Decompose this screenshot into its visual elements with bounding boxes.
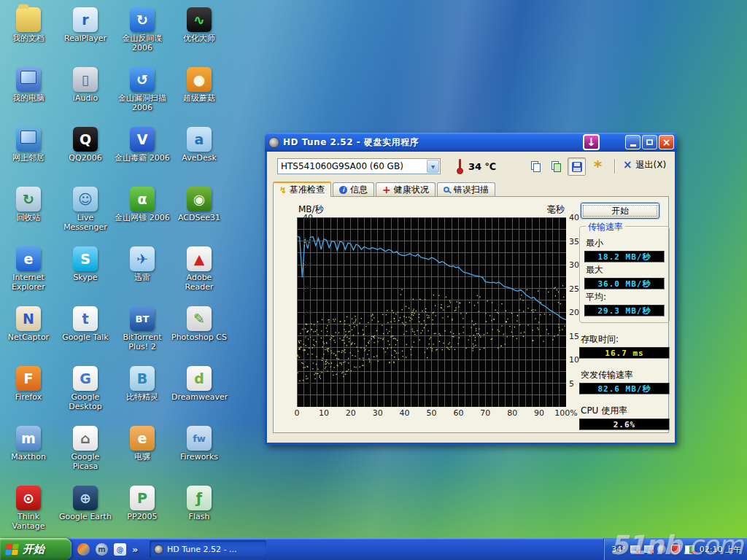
desktop-icon-xunlei[interactable]: ✈迅雷 xyxy=(114,242,171,302)
desktop-icon-internet-explorer[interactable]: eInternet Explorer xyxy=(0,242,57,302)
iaudio-icon: ▯ xyxy=(73,67,98,92)
tab-error-scan[interactable]: 错误扫描 xyxy=(437,182,495,196)
desktop-icon-adobe-reader[interactable]: ▲Adobe Reader xyxy=(171,242,228,302)
chevron-down-icon[interactable]: ▾ xyxy=(427,160,439,173)
tab-info[interactable]: i 信息 xyxy=(333,182,374,196)
desktop-icon-label: 我的电脑 xyxy=(12,94,44,104)
window-titlebar[interactable]: HD Tune 2.52 - 硬盘实用程序 ↓ × xyxy=(265,133,677,152)
desktop-icon-label: Dreamweaver xyxy=(171,393,227,402)
desktop-icon-kingsoft-antispy[interactable]: ↻金山反间谍 2006 xyxy=(114,3,171,63)
desktop-icon-emule[interactable]: e电骡 xyxy=(114,421,171,481)
desktop-icon-photoshop-cs[interactable]: ✎Photoshop CS xyxy=(171,302,228,362)
desktop-icon-thinkvantage[interactable]: ⊙Think Vantage xyxy=(0,481,57,541)
taskbar-button-hdtune[interactable]: HD Tune 2.52 - ... xyxy=(150,540,266,558)
start-menu-button[interactable]: 开始 xyxy=(0,538,71,560)
connection-offline-icon[interactable] xyxy=(643,544,654,554)
tab-label: 错误扫描 xyxy=(454,184,489,196)
desktop-icon-label: 金山网镖 2006 xyxy=(115,214,170,223)
desktop-icon-skype[interactable]: SSkype xyxy=(57,242,114,302)
desktop-icon-maxthon[interactable]: mMaxthon xyxy=(0,421,57,481)
antivirus-tray-icon[interactable] xyxy=(685,545,694,554)
desktop-icon-google-talk[interactable]: tGoogle Talk xyxy=(57,302,114,362)
desktop-icon-avedesk[interactable]: aAveDesk xyxy=(171,122,228,182)
youhua-dashi-icon: ∿ xyxy=(187,7,212,32)
desktop-icon-google-earth[interactable]: ⊕Google Earth xyxy=(57,481,114,541)
desktop-icon-my-computer[interactable]: 我的电脑 xyxy=(0,63,57,122)
taskbar: 开始 m @ » HD Tune 2.52 - ... 34° 02:10 上午 xyxy=(0,538,747,560)
desktop-icon-iaudio[interactable]: ▯iAudio xyxy=(57,63,114,122)
desktop-icon-live-messenger[interactable]: ☺Live Messenger xyxy=(57,182,114,242)
qq2006-icon: Q xyxy=(73,127,98,152)
messenger-ball-icon[interactable] xyxy=(657,545,666,553)
close-button[interactable]: × xyxy=(659,135,674,149)
desktop-icon-label: 迅雷 xyxy=(134,273,150,283)
y-right-axis-label: 毫秒 xyxy=(547,203,565,216)
maximize-button[interactable] xyxy=(642,135,657,149)
x-tick-label: 20 xyxy=(338,408,363,418)
copy-text-icon xyxy=(531,161,541,172)
desktop-icon-flash[interactable]: ƒFlash xyxy=(171,481,228,541)
desktop-icon-google-picasa[interactable]: ⌂Google Picasa xyxy=(57,421,114,481)
desktop-icon-label: PP2005 xyxy=(127,513,157,522)
desktop-icon-fireworks[interactable]: fwFireworks xyxy=(171,421,228,481)
desktop-icon-my-documents[interactable]: 我的文档 xyxy=(0,3,57,63)
desktop-icon-label: 优化大师 xyxy=(183,34,215,44)
maxthon-icon[interactable]: m xyxy=(96,543,108,556)
desktop-icon-firefox[interactable]: FFirefox xyxy=(0,362,57,421)
desktop-icon-bitspirit[interactable]: B比特精灵 xyxy=(114,362,171,421)
desktop-icon-acdsee31[interactable]: ◉ACDSee31 xyxy=(171,182,228,242)
chevron-more-icon[interactable]: » xyxy=(132,544,138,555)
desktop-icon-pp2005[interactable]: PPP2005 xyxy=(114,481,171,541)
min-rate-label: 最小 xyxy=(586,237,665,249)
desktop-icon-youhua-dashi[interactable]: ∿优化大师 xyxy=(171,3,228,63)
browser-swirl-icon[interactable] xyxy=(77,543,90,556)
windows-logo-icon xyxy=(5,544,19,555)
desktop-icon-bittorrent-plus[interactable]: BTBitTorrent Plus! 2 xyxy=(114,302,171,362)
minimize-button[interactable] xyxy=(625,135,640,149)
desktop-icon-kingsoft-netguard[interactable]: α金山网镖 2006 xyxy=(114,182,171,242)
save-button[interactable] xyxy=(568,158,586,176)
desktop-icon-recycle-bin[interactable]: ↻回收站 xyxy=(0,182,57,242)
copy-text-button[interactable] xyxy=(527,158,545,176)
tab-benchmark[interactable]: ↯ 基准检查 xyxy=(273,182,331,197)
desktop-icon-label: Firefox xyxy=(15,393,42,402)
start-button[interactable]: 开始 xyxy=(581,203,659,219)
tab-health[interactable]: + 健康状况 xyxy=(376,182,436,196)
desktop-icon-google-desktop[interactable]: GGoogle Desktop xyxy=(57,362,114,421)
desktop-icon-label: Skype xyxy=(73,273,97,283)
hdtune-task-icon xyxy=(154,545,163,554)
network-offline-icon[interactable] xyxy=(630,544,640,554)
desktop-icon-kingsoft-vulnscan[interactable]: ↺金山漏洞扫描 2006 xyxy=(114,63,171,122)
mail-icon[interactable]: @ xyxy=(114,543,126,556)
options-button[interactable]: * xyxy=(589,158,607,176)
hdtune-app-icon xyxy=(268,137,279,148)
drive-select-dropdown[interactable]: HTS541060G9SA00 (60 GB) ▾ xyxy=(277,158,441,174)
security-shield-icon[interactable] xyxy=(671,545,680,554)
x-tick-label: 40 xyxy=(392,408,417,418)
copy-image-button[interactable] xyxy=(547,158,565,176)
desktop-icon-network-places[interactable]: 网上邻居 xyxy=(0,122,57,182)
desktop-icon-super-mushroom[interactable]: ●超级蘑菇 xyxy=(171,63,228,122)
toolbar-separator xyxy=(614,159,615,174)
flashget-drop-target-icon[interactable]: ↓ xyxy=(583,134,600,150)
desktop-icon-label: Adobe Reader xyxy=(171,273,227,292)
google-picasa-icon: ⌂ xyxy=(73,426,98,451)
realplayer-icon: r xyxy=(73,7,98,32)
magnifier-icon xyxy=(444,187,449,192)
x-tick-label: 60 xyxy=(446,408,471,418)
exit-button[interactable]: × 退出(X) xyxy=(623,159,666,171)
window-toolbar: HTS541060G9SA00 (60 GB) ▾ 34 ℃ * × 退出(X) xyxy=(267,152,675,181)
desktop-icon-kingsoft-duba[interactable]: V金山毒霸 2006 xyxy=(114,122,171,182)
desktop-icon-label: Maxthon xyxy=(11,453,46,462)
drive-select-value: HTS541060G9SA00 (60 GB) xyxy=(278,161,426,171)
skype-icon: S xyxy=(73,246,98,271)
desktop-icon-realplayer[interactable]: rRealPlayer xyxy=(57,3,114,63)
desktop-icon-dreamweaver[interactable]: dDreamweaver xyxy=(171,362,228,421)
desktop-icon-qq2006[interactable]: QQQ2006 xyxy=(57,122,114,182)
benchmark-tab-icon: ↯ xyxy=(279,185,287,195)
tab-label: 基准检查 xyxy=(290,184,325,196)
desktop-icon-netcaptor[interactable]: NNetCaptor xyxy=(0,302,57,362)
my-computer-icon xyxy=(16,67,41,92)
access-time-label: 存取时间: xyxy=(581,333,670,346)
x-tick-label: 10 xyxy=(311,408,336,418)
